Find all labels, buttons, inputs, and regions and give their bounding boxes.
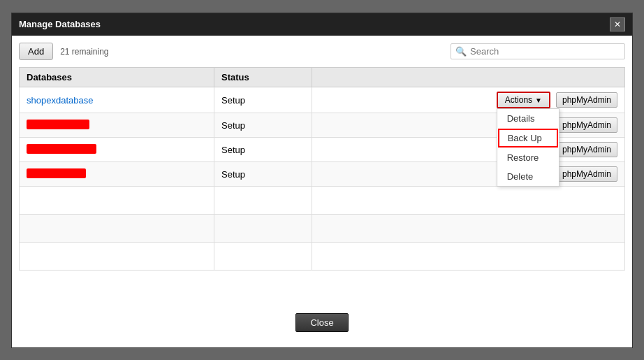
menu-item-details[interactable]: Details: [497, 109, 559, 128]
search-container: 🔍: [451, 43, 625, 59]
phpmyadmin-button[interactable]: phpMyAdmin: [556, 117, 617, 133]
db-name-cell: shopexdatabase: [20, 87, 214, 113]
menu-item-delete[interactable]: Delete: [497, 167, 559, 186]
db-name-cell: [20, 113, 214, 138]
actions-cell: phpMyAdmin: [312, 138, 625, 162]
redacted-db-name: [27, 144, 96, 154]
row-controls: phpMyAdmin: [319, 142, 617, 157]
close-button[interactable]: Close: [295, 313, 348, 332]
redacted-db-name: [27, 120, 89, 129]
phpmyadmin-button[interactable]: phpMyAdmin: [556, 166, 617, 182]
manage-databases-modal: Manage Databases ✕ Add 21 remaining 🔍 Da…: [11, 13, 633, 348]
db-link[interactable]: shopexdatabase: [27, 95, 93, 106]
add-button[interactable]: Add: [19, 43, 53, 60]
modal-title: Manage Databases: [19, 19, 101, 29]
phpmyadmin-button[interactable]: phpMyAdmin: [556, 142, 617, 157]
actions-label: Actions: [505, 95, 532, 105]
footer-bar: Close: [19, 305, 625, 340]
db-name-cell: [20, 138, 214, 162]
actions-cell: phpMyAdmin: [312, 162, 625, 187]
status-cell: Setup: [214, 113, 312, 138]
actions-cell: Actions ▼ Details Back Up Restore Delete: [312, 87, 625, 113]
status-cell: Setup: [214, 87, 312, 113]
row-controls: phpMyAdmin: [319, 166, 617, 182]
menu-item-restore[interactable]: Restore: [497, 148, 559, 167]
modal-header: Manage Databases ✕: [12, 13, 632, 36]
actions-dropdown-wrapper: Actions ▼ Details Back Up Restore Delete: [497, 92, 550, 108]
col-header-actions: [312, 68, 625, 87]
status-cell: Setup: [214, 138, 312, 162]
phpmyadmin-button[interactable]: phpMyAdmin: [556, 92, 617, 108]
modal-close-x-button[interactable]: ✕: [610, 17, 625, 32]
search-icon: 🔍: [455, 46, 467, 57]
search-input[interactable]: [470, 46, 620, 57]
redacted-db-name: [27, 168, 86, 178]
row-controls: Actions ▼ Details Back Up Restore Delete: [319, 92, 617, 108]
toolbar: Add 21 remaining 🔍: [19, 43, 625, 60]
table-row-empty: [20, 215, 625, 243]
remaining-text: 21 remaining: [60, 47, 108, 57]
caret-icon: ▼: [535, 96, 542, 104]
table-row-empty: [20, 187, 625, 215]
actions-dropdown-menu: Details Back Up Restore Delete: [497, 108, 559, 187]
col-header-databases: Databases: [20, 68, 214, 87]
status-cell: Setup: [214, 162, 312, 187]
table-row-empty: [20, 243, 625, 271]
db-name-cell: [20, 162, 214, 187]
modal-body: Add 21 remaining 🔍 Databases Status shop: [12, 36, 632, 347]
table-row: shopexdatabase Setup Actions ▼ Deta: [20, 87, 625, 113]
menu-item-backup[interactable]: Back Up: [498, 129, 558, 147]
actions-button[interactable]: Actions ▼: [497, 92, 550, 108]
col-header-status: Status: [214, 68, 312, 87]
row-controls: phpMyAdmin: [319, 117, 617, 133]
actions-cell: phpMyAdmin: [312, 113, 625, 138]
databases-table: Databases Status shopexdatabase Setup: [19, 67, 625, 271]
